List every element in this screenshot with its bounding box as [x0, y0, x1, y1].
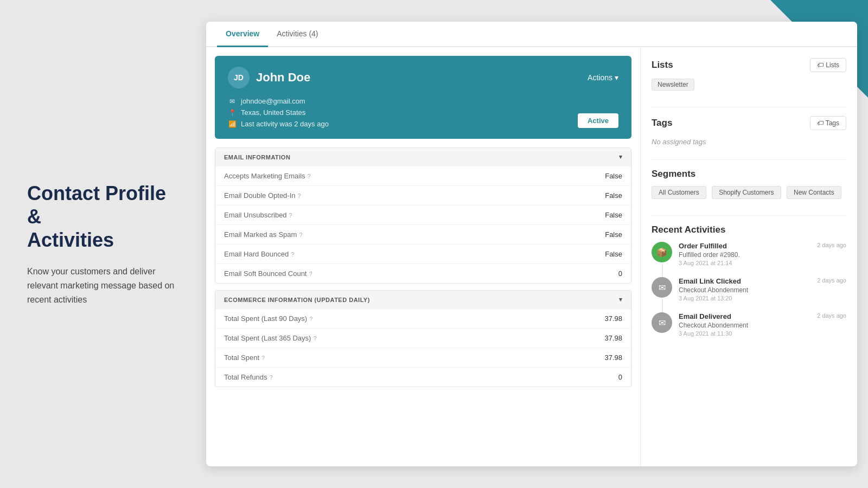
email-label-5: Email Soft Bounced Count ? [224, 269, 618, 278]
email-label-0: Accepts Marketing Emails ? [224, 172, 605, 180]
activity-title-row-1: Email Link Clicked 2 days ago [679, 277, 846, 285]
lists-items: Newsletter [652, 79, 846, 94]
ecom-value-3: 0 [618, 373, 622, 381]
contact-location: Texas, United States [241, 108, 305, 117]
left-panel: Contact Profile & Activities Know your c… [0, 0, 206, 488]
contact-name-row: JD John Doe [228, 67, 310, 88]
email-icon: ✉ [228, 98, 237, 105]
email-value-5: 0 [618, 269, 622, 278]
contact-last-activity: Last activity was 2 days ago [241, 120, 329, 128]
ecommerce-section-title: ECOMMERCE INFORMATION (UPDATED DAILY) [224, 297, 370, 303]
lists-button[interactable]: 🏷 Lists [810, 58, 846, 72]
contact-name: John Doe [256, 70, 310, 85]
recent-activities-section: Recent Activities 📦 Order Fulfilled 2 da… [652, 224, 846, 337]
activity-subtitle-1: Checkout Abondenment [679, 286, 846, 294]
contact-card: JD John Doe Actions ▾ ✉ johndoe@gmail.co… [215, 56, 631, 139]
tags-icon: 🏷 [817, 119, 824, 127]
activity-title-2: Email Delivered [679, 312, 731, 320]
ecom-label-0: Total Spent (Last 90 Days) ? [224, 314, 604, 323]
email-value-3: False [605, 230, 622, 239]
actions-chevron-icon: ▾ [615, 73, 618, 82]
email-value-1: False [605, 191, 622, 200]
tags-header: Tags 🏷 Tags [652, 116, 846, 130]
contact-location-row: 📍 Texas, United States [228, 108, 618, 117]
activity-title-row-2: Email Delivered 2 days ago [679, 312, 846, 320]
ecom-help-1: ? [313, 335, 316, 342]
ecom-value-2: 37.98 [604, 354, 622, 362]
lists-header: Lists 🏷 Lists [652, 58, 846, 72]
email-row-0: Accepts Marketing Emails ? False [215, 166, 631, 185]
help-icon-1: ? [298, 192, 301, 199]
email-section-title: EMAIL INFORMATION [224, 154, 290, 160]
activity-title-1: Email Link Clicked [679, 277, 741, 285]
contact-email: johndoe@gmail.com [241, 97, 305, 105]
tabs-bar: Overview Activities (4) [206, 22, 857, 47]
contact-activity-row: 📶 Last activity was 2 days ago [228, 120, 618, 128]
activity-subtitle-2: Checkout Abondenment [679, 322, 846, 329]
lists-title: Lists [652, 60, 673, 70]
list-item-newsletter[interactable]: Newsletter [652, 79, 694, 91]
email-link-clicked-icon: ✉ [659, 282, 666, 293]
location-icon: 📍 [228, 109, 237, 117]
activity-item-2: ✉ Email Delivered 2 days ago Checkout Ab… [652, 312, 846, 337]
segments-items: All Customers Shopify Customers New Cont… [652, 186, 846, 202]
tags-section: Tags 🏷 Tags No assigned tags [652, 116, 846, 146]
activity-subtitle-0: Fulfilled order #2980. [679, 251, 846, 259]
ecommerce-section-header[interactable]: ECOMMERCE INFORMATION (UPDATED DAILY) ▾ [215, 291, 631, 309]
email-value-0: False [605, 172, 622, 180]
ecom-help-2: ? [261, 355, 265, 361]
ecom-value-1: 37.98 [604, 334, 622, 342]
help-icon-0: ? [308, 173, 311, 179]
email-row-2: Email Unsubscribed ? False [215, 205, 631, 224]
segments-section: Segments All Customers Shopify Customers… [652, 169, 846, 202]
activity-icon-1: ✉ [652, 277, 672, 298]
ecom-row-3: Total Refunds ? 0 [215, 367, 631, 387]
segments-title: Segments [652, 169, 695, 179]
segment-all-customers[interactable]: All Customers [652, 186, 706, 199]
avatar: JD [228, 67, 250, 88]
email-row-5: Email Soft Bounced Count ? 0 [215, 264, 631, 283]
activity-content-1: Email Link Clicked 2 days ago Checkout A… [679, 277, 846, 301]
email-section-header[interactable]: EMAIL INFORMATION ▾ [215, 148, 631, 166]
tab-activities[interactable]: Activities (4) [268, 22, 327, 47]
segment-shopify-customers[interactable]: Shopify Customers [712, 186, 781, 199]
actions-button[interactable]: Actions ▾ [588, 73, 618, 82]
activity-date-1: 3 Aug 2021 at 13:20 [679, 295, 846, 301]
tags-button[interactable]: 🏷 Tags [810, 116, 846, 130]
active-badge: Active [578, 113, 618, 128]
activity-date-0: 3 Aug 2021 at 21:14 [679, 260, 846, 266]
email-row-1: Email Double Opted-In ? False [215, 185, 631, 205]
lists-btn-label: Lists [826, 61, 839, 69]
activity-icon-2: ✉ [652, 312, 672, 333]
email-value-2: False [605, 211, 622, 219]
content-area: JD John Doe Actions ▾ ✉ johndoe@gmail.co… [206, 47, 857, 466]
help-icon-5: ? [309, 271, 312, 277]
right-col: Lists 🏷 Lists Newsletter Tags 🏷 [640, 47, 857, 466]
activity-time-1: 2 days ago [817, 277, 846, 284]
lists-icon: 🏷 [817, 61, 824, 69]
tab-overview[interactable]: Overview [217, 22, 268, 47]
ecom-row-1: Total Spent (Last 365 Days) ? 37.98 [215, 328, 631, 348]
email-label-4: Email Hard Bounced ? [224, 250, 605, 258]
email-delivered-icon: ✉ [659, 318, 666, 328]
divider-2 [652, 159, 846, 160]
activity-content-2: Email Delivered 2 days ago Checkout Abon… [679, 312, 846, 337]
email-label-2: Email Unsubscribed ? [224, 211, 605, 219]
order-fulfilled-icon: 📦 [656, 247, 667, 258]
actions-label: Actions [588, 73, 612, 82]
tags-title: Tags [652, 118, 672, 129]
activity-item-1: ✉ Email Link Clicked 2 days ago Checkout… [652, 277, 846, 301]
activity-title-row-0: Order Fulfilled 2 days ago [679, 242, 846, 250]
ecom-label-3: Total Refunds ? [224, 373, 618, 381]
ecommerce-chevron-icon: ▾ [619, 296, 623, 303]
segment-new-contacts[interactable]: New Contacts [787, 186, 841, 199]
divider-1 [652, 107, 846, 107]
help-icon-2: ? [289, 212, 292, 219]
email-info-section: EMAIL INFORMATION ▾ Accepts Marketing Em… [215, 147, 631, 284]
main-content: Overview Activities (4) JD John Doe Acti… [206, 22, 857, 466]
activity-icon-0: 📦 [652, 242, 672, 262]
hero-description: Know your customers and deliver relevant… [27, 265, 179, 306]
ecom-label-1: Total Spent (Last 365 Days) ? [224, 334, 604, 342]
activity-title-0: Order Fulfilled [679, 242, 727, 250]
ecom-row-2: Total Spent ? 37.98 [215, 348, 631, 367]
